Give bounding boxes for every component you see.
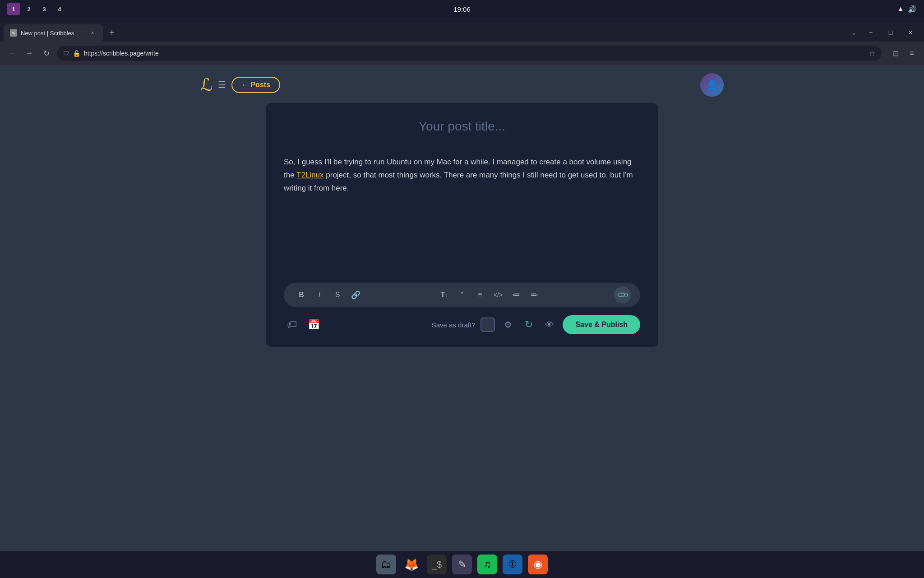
autosave-icon[interactable]: ↻ (521, 317, 536, 332)
workspace-3[interactable]: 3 (38, 3, 51, 15)
volume-icon: 🔊 (908, 5, 917, 14)
new-tab-button[interactable]: + (105, 25, 119, 40)
settings-button[interactable]: ⚙ (500, 317, 516, 332)
tab-dropdown-button[interactable]: ⌄ (846, 26, 861, 39)
bookmark-star-icon[interactable]: ☆ (869, 49, 875, 58)
taskbar-spotify-icon[interactable]: ♫ (477, 555, 497, 574)
strikethrough-button[interactable]: S (329, 286, 346, 303)
taskbar-ubuntu-icon[interactable]: ◉ (528, 555, 548, 574)
security-shield-icon: 🛡 (63, 50, 69, 57)
body-text-after-link: project, so that most things works. Ther… (284, 171, 633, 192)
taskbar-terminal-icon[interactable]: _$ (427, 555, 447, 574)
workspace-2[interactable]: 2 (23, 3, 35, 15)
posts-back-button[interactable]: ← Posts (231, 77, 280, 93)
tab-close-button[interactable]: × (88, 29, 97, 37)
attach-button[interactable]: 📎 (610, 283, 635, 307)
hamburger-menu-icon[interactable]: ☰ (218, 79, 226, 90)
browser-tabbar: ✎ New post | Scribbles × + ⌄ − □ × (0, 18, 924, 42)
os-systray: ▲ 🔊 (897, 5, 917, 14)
editor-container: So, I guess I'll be trying to run Ubuntu… (266, 103, 658, 347)
posts-back-label: ← Posts (241, 81, 270, 89)
taskbar-security-icon[interactable]: ① (503, 555, 522, 574)
link-button[interactable]: 🔗 (347, 286, 364, 303)
preview-button[interactable]: 👁 (542, 317, 557, 332)
unordered-list-button[interactable]: ≔ (508, 286, 525, 303)
italic-button[interactable]: I (311, 286, 328, 303)
refresh-button[interactable]: ↻ (40, 47, 53, 60)
post-body-content[interactable]: So, I guess I'll be trying to run Ubuntu… (284, 156, 640, 272)
editor-bottom-bar: 🏷 📅 Save as draft? ⚙ ↻ 👁 Save & Publish (284, 315, 640, 334)
schedule-button[interactable]: 📅 (305, 317, 322, 333)
avatar-image: 👤 (700, 73, 724, 97)
taskbar-firefox-icon[interactable]: 🦊 (402, 555, 421, 574)
back-button[interactable]: ← (5, 47, 19, 60)
active-tab[interactable]: ✎ New post | Scribbles × (4, 24, 103, 42)
align-button[interactable]: ≡ (471, 286, 489, 303)
code-button[interactable]: </> (490, 286, 507, 303)
page-content: ℒ ☰ ← Posts 👤 So, I guess I'll be trying… (0, 65, 924, 555)
save-publish-button[interactable]: Save & Publish (563, 315, 640, 334)
workspace-4[interactable]: 4 (53, 3, 66, 15)
post-title-input[interactable] (284, 119, 640, 143)
t2linux-link[interactable]: T2Linux (296, 171, 323, 179)
app-header: ℒ ☰ ← Posts 👤 (191, 67, 733, 103)
window-controls: − □ × (861, 26, 920, 39)
extensions-button[interactable]: ⊡ (889, 47, 902, 60)
logo-area: ℒ ☰ (200, 76, 226, 93)
ordered-list-button[interactable]: ≕ (526, 286, 543, 303)
tags-button[interactable]: 🏷 (284, 317, 300, 333)
forward-button[interactable]: → (23, 47, 36, 60)
menu-button[interactable]: ≡ (905, 47, 919, 60)
minimize-button[interactable]: − (861, 26, 881, 39)
url-text[interactable]: https://scribbles.page/write (84, 50, 865, 57)
scribbles-logo: ℒ (200, 76, 213, 93)
close-button[interactable]: × (901, 26, 920, 39)
os-topbar: 1 2 3 4 19:06 ▲ 🔊 (0, 0, 924, 18)
taskbar-editor-icon[interactable]: ✎ (452, 555, 472, 574)
draft-area: Save as draft? ⚙ ↻ 👁 Save & Publish (432, 315, 640, 334)
taskbar-files-icon[interactable]: 🗂 (376, 555, 396, 574)
draft-toggle[interactable] (480, 317, 495, 332)
address-bar-right-buttons: ⊡ ≡ (889, 47, 919, 60)
bold-button[interactable]: B (293, 286, 310, 303)
address-bar[interactable]: 🛡 🔒 https://scribbles.page/write ☆ (57, 46, 882, 61)
os-taskbar: 🗂 🦊 _$ ✎ ♫ ① ◉ (0, 551, 924, 578)
text-size-button[interactable]: T↕ (435, 286, 453, 303)
tab-controls: ⌄ (846, 26, 861, 39)
tab-favicon: ✎ (10, 29, 17, 37)
quote-button[interactable]: " (453, 286, 471, 303)
tab-title: New post | Scribbles (21, 30, 74, 37)
workspace-1[interactable]: 1 (7, 3, 20, 15)
lock-icon: 🔒 (73, 50, 80, 57)
user-avatar[interactable]: 👤 (700, 73, 724, 97)
browser-addressbar: ← → ↻ 🛡 🔒 https://scribbles.page/write ☆… (0, 42, 924, 65)
wifi-icon: ▲ (897, 5, 904, 13)
os-clock: 19:06 (453, 5, 471, 13)
draft-label: Save as draft? (432, 321, 476, 329)
editor-toolbar: B I S 🔗 T↕ " ≡ </> ≔ ≕ 📎 (284, 283, 640, 307)
maximize-button[interactable]: □ (881, 26, 901, 39)
os-workspaces: 1 2 3 4 (7, 3, 66, 15)
